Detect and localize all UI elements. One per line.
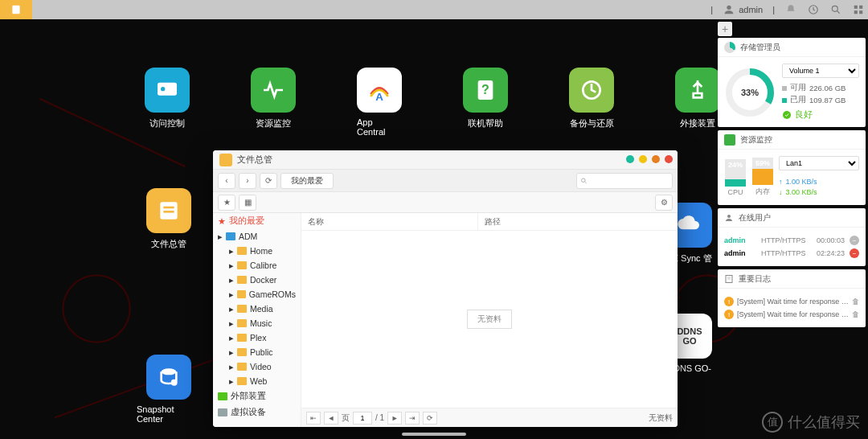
forward-button[interactable]: ›	[239, 173, 256, 189]
tree-external[interactable]: 外部装置	[213, 388, 301, 404]
empty-message: 无资料	[467, 310, 512, 329]
app-snapshot-center[interactable]: Snapshot Center	[137, 355, 201, 424]
settings-button[interactable]: ⚙	[655, 195, 673, 211]
page-total: / 1	[375, 413, 384, 422]
app-label: 联机帮助	[468, 117, 503, 129]
storage-percent: 33%	[724, 67, 776, 118]
resmon-icon	[724, 134, 735, 146]
page-refresh-button[interactable]: ⟳	[423, 412, 437, 425]
sidebar-tree: ★ 我的最爱 ▸ ADM ▸ Home▸ Calibre▸ Docker▸ Ga…	[213, 213, 301, 427]
tree-folder[interactable]: ▸ Docker	[213, 273, 301, 287]
footer-status: 无资料	[649, 412, 673, 424]
dashboard-icon[interactable]	[852, 3, 865, 16]
col-name[interactable]: 名称	[301, 213, 478, 230]
window-min-button[interactable]	[626, 155, 634, 163]
cpu-gauge: 24% CPU	[724, 159, 747, 196]
app-label: 备份与还原	[570, 117, 614, 129]
watermark: 值 什么值得买	[762, 412, 860, 433]
svg-rect-5	[854, 6, 858, 9]
user-menu[interactable]: admin	[723, 3, 763, 16]
app-external-device[interactable]: 外接装置	[675, 68, 720, 137]
tree-folder[interactable]: ▸ Video	[213, 359, 301, 374]
widget-title: 资源监控	[740, 134, 772, 146]
refresh-button[interactable]: ⟳	[260, 173, 277, 189]
breadcrumb[interactable]: 我的最爱	[280, 173, 334, 189]
delete-log-button[interactable]: 🗑	[852, 310, 859, 318]
tree-folder[interactable]: ▸ Media	[213, 302, 301, 316]
page-first-button[interactable]: ⇤	[306, 412, 321, 425]
add-widget-button[interactable]: +	[718, 22, 732, 36]
svg-point-20	[582, 178, 586, 182]
log-row: ![System] Wait time for response excee…🗑	[724, 308, 859, 321]
app-file-manager[interactable]: 文件总管	[137, 188, 201, 250]
delete-log-button[interactable]: 🗑	[852, 297, 859, 306]
tree-folder[interactable]: ▸ Web	[213, 374, 301, 388]
page-next-button[interactable]: ►	[387, 412, 402, 425]
user-row: adminHTTP/HTTPS02:24:23−	[724, 247, 859, 260]
tile-text: GO	[682, 336, 696, 346]
tree-adm[interactable]: ▸ ADM	[213, 229, 301, 244]
tree-folder[interactable]: ▸ Public	[213, 345, 301, 359]
pagination-bar: ⇤ ◄ 页 / 1 ► ⇥ ⟳ 无资料	[301, 408, 678, 427]
watermark-icon: 值	[762, 412, 783, 433]
app-menu-button[interactable]	[0, 0, 32, 19]
column-headers: 名称 路径	[301, 213, 678, 231]
app-backup-restore[interactable]: 备份与还原	[569, 68, 614, 137]
users-icon	[724, 213, 734, 223]
users-widget: 在线用户 adminHTTP/HTTPS00:00:03−adminHTTP/H…	[718, 208, 866, 266]
svg-line-4	[837, 11, 840, 14]
star-button[interactable]: ★	[218, 195, 235, 211]
search-icon[interactable]	[829, 3, 842, 16]
log-icon	[724, 274, 734, 284]
tree-folder[interactable]: ▸ Calibre	[213, 258, 301, 273]
page-label: 页	[342, 412, 350, 424]
warning-icon: !	[724, 310, 734, 319]
page-prev-button[interactable]: ◄	[324, 412, 338, 425]
clock-icon[interactable]	[807, 3, 820, 16]
log-row: ![System] Wait time for response excee…🗑	[724, 295, 859, 308]
tree-virtual[interactable]: 虚拟设备	[213, 404, 301, 421]
divider: |	[710, 5, 713, 14]
user-name: admin	[739, 5, 763, 14]
app-label: Snapshot Center	[137, 404, 201, 424]
window-title: 文件总管	[237, 154, 272, 166]
storage-donut: 33%	[724, 67, 776, 118]
notification-icon[interactable]	[784, 3, 797, 16]
window-titlebar[interactable]: 文件总管	[213, 150, 678, 170]
tree-folder[interactable]: ▸ Home	[213, 244, 301, 258]
svg-text:A: A	[375, 91, 383, 103]
app-label: App Central	[357, 117, 402, 137]
file-list-empty: 无资料	[301, 231, 678, 408]
toolbar-secondary: ★ ▦ ⚙	[213, 192, 678, 213]
back-button[interactable]: ‹	[218, 173, 235, 189]
view-mode-button[interactable]: ▦	[239, 195, 256, 211]
app-access-control[interactable]: 访问控制	[145, 68, 190, 137]
app-central[interactable]: AApp Central	[357, 68, 402, 137]
window-max-button[interactable]	[639, 155, 647, 163]
window-fullscreen-button[interactable]	[652, 155, 660, 163]
page-last-button[interactable]: ⇥	[405, 412, 420, 425]
storage-icon	[724, 42, 735, 53]
file-manager-window: 文件总管 ‹ › ⟳ 我的最爱 ★ ▦ ⚙ ★ 我的最爱 ▸ ADM ▸ Hom…	[213, 150, 678, 427]
app-online-help[interactable]: ?联机帮助	[463, 68, 508, 137]
search-field[interactable]	[576, 173, 673, 189]
logs-widget: 重要日志 ![System] Wait time for response ex…	[718, 269, 866, 327]
tree-folder[interactable]: ▸ Plex	[213, 330, 301, 345]
svg-point-3	[832, 6, 837, 11]
svg-text:?: ?	[481, 83, 489, 96]
search-input[interactable]	[588, 176, 669, 185]
widget-title: 在线用户	[739, 212, 771, 224]
svg-point-25	[727, 215, 731, 218]
page-input[interactable]	[353, 412, 372, 425]
tree-favorites[interactable]: ★ 我的最爱	[213, 213, 301, 229]
disconnect-button[interactable]: −	[850, 236, 859, 245]
disconnect-button[interactable]: −	[850, 248, 859, 258]
app-resource-monitor[interactable]: 资源监控	[251, 68, 296, 137]
window-close-button[interactable]	[665, 155, 673, 163]
lan-select[interactable]: Lan1	[779, 156, 859, 170]
tree-folder[interactable]: ▸ GameROMs	[213, 287, 301, 302]
col-path[interactable]: 路径	[478, 213, 678, 230]
tree-folder[interactable]: ▸ Music	[213, 316, 301, 330]
volume-select[interactable]: Volume 1	[782, 64, 859, 78]
svg-rect-17	[163, 211, 174, 213]
